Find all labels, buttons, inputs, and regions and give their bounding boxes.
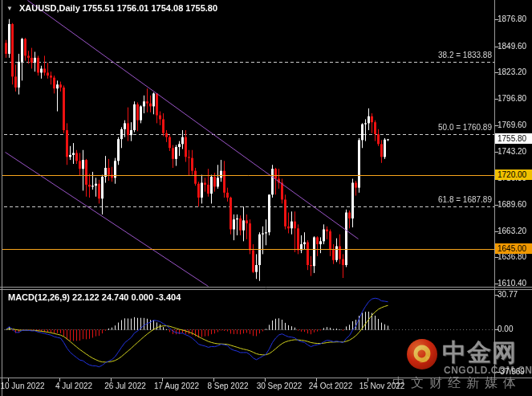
fibonacci-level-label: 61.8 = 1687.89 xyxy=(438,195,492,204)
date-tick-label: 4 Jul 2022 xyxy=(55,382,92,390)
current-price-badge: 1755.80 xyxy=(495,133,532,144)
price-tick-label: 1796.80 xyxy=(497,94,526,103)
macd-tick-label: -37.969 xyxy=(497,367,525,376)
date-tick-label: 26 Jul 2022 xyxy=(104,382,146,390)
price-tick-label: 1769.60 xyxy=(497,120,526,129)
date-tick-label: 24 Oct 2022 xyxy=(309,382,352,390)
level-price-badge: 1645.00 xyxy=(495,243,532,254)
fibonacci-level-label: 50.0 = 1760.89 xyxy=(438,123,492,132)
date-tick-label: 30 Sep 2022 xyxy=(257,382,303,390)
level-price-badge: 1720.00 xyxy=(495,169,532,180)
date-tick-label: 15 Nov 2022 xyxy=(359,382,405,390)
price-tick-label: 1663.20 xyxy=(497,227,526,235)
macd-indicator-label: MACD(12,26,9) 22.122 24.740 0.000 -3.404 xyxy=(8,292,181,302)
date-tick-label: 8 Sep 2022 xyxy=(207,382,248,390)
chart-title: ▼ XAUUSD,Daily 1755.51 1756.01 1754.08 1… xyxy=(6,3,217,13)
ohlc-values: 1755.51 1756.01 1754.08 1755.80 xyxy=(83,3,217,13)
symbol-period-label: XAUUSD,Daily xyxy=(19,3,80,13)
date-tick-label: 10 Jun 2022 xyxy=(0,382,44,390)
price-tick-label: 1689.60 xyxy=(497,200,526,209)
macd-tick-label: 30.77 xyxy=(497,290,518,299)
fibonacci-level-label: 38.2 = 1833.88 xyxy=(438,51,492,59)
price-tick-label: 1610.40 xyxy=(497,279,526,288)
price-tick-label: 1876.80 xyxy=(497,14,526,23)
mt4-chart-window: ▼ XAUUSD,Daily 1755.51 1756.01 1754.08 1… xyxy=(0,0,532,396)
collapse-indicator-icon[interactable]: ▼ xyxy=(6,5,13,12)
date-tick-label: 17 Aug 2022 xyxy=(154,382,199,390)
price-tick-label: 1823.20 xyxy=(497,67,526,76)
macd-tick-label: 0.00 xyxy=(497,325,513,333)
price-tick-label: 1849.60 xyxy=(497,42,526,51)
price-tick-label: 1743.20 xyxy=(497,147,526,156)
